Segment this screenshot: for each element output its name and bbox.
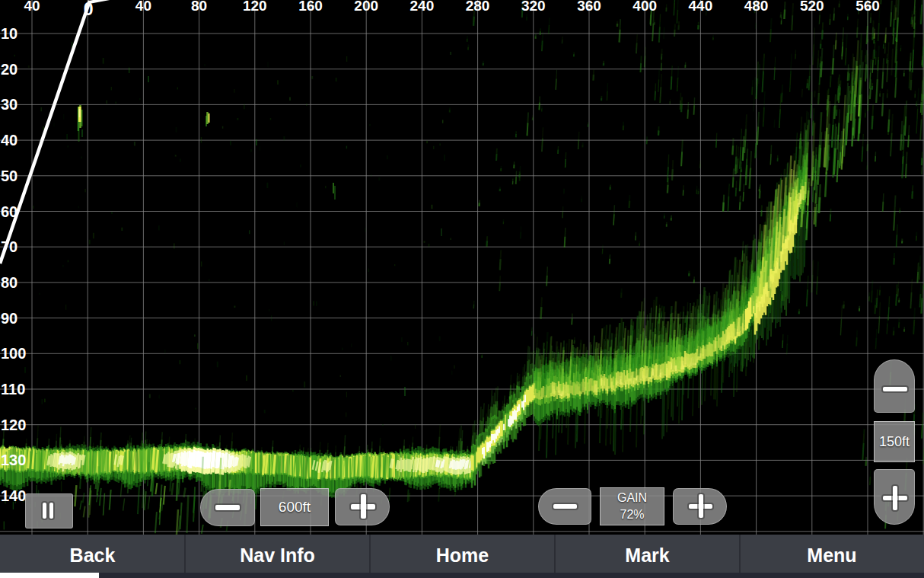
svg-text:0: 0: [84, 0, 94, 19]
svg-text:160: 160: [298, 0, 323, 14]
svg-text:140: 140: [1, 487, 26, 504]
svg-text:50: 50: [1, 168, 18, 184]
svg-text:440: 440: [689, 0, 713, 14]
svg-text:280: 280: [466, 0, 490, 14]
svg-text:480: 480: [744, 0, 769, 14]
svg-text:40: 40: [135, 0, 151, 14]
svg-text:520: 520: [800, 0, 824, 14]
svg-text:110: 110: [1, 381, 25, 398]
svg-text:120: 120: [243, 0, 267, 14]
svg-text:130: 130: [1, 452, 26, 468]
svg-text:200: 200: [354, 0, 378, 14]
svg-text:320: 320: [521, 0, 546, 14]
svg-text:560: 560: [855, 0, 880, 14]
svg-text:30: 30: [1, 96, 18, 113]
svg-text:20: 20: [1, 61, 18, 78]
svg-text:80: 80: [1, 274, 18, 291]
svg-text:120: 120: [1, 417, 26, 433]
svg-text:360: 360: [577, 0, 601, 14]
svg-text:70: 70: [1, 238, 18, 255]
svg-text:400: 400: [632, 0, 657, 14]
svg-text:10: 10: [1, 25, 18, 42]
svg-text:240: 240: [410, 0, 435, 14]
svg-text:80: 80: [191, 0, 207, 14]
svg-text:40: 40: [1, 132, 18, 148]
svg-text:100: 100: [1, 345, 26, 362]
svg-text:60: 60: [1, 203, 18, 220]
svg-text:40: 40: [24, 0, 40, 14]
svg-text:90: 90: [1, 310, 18, 327]
